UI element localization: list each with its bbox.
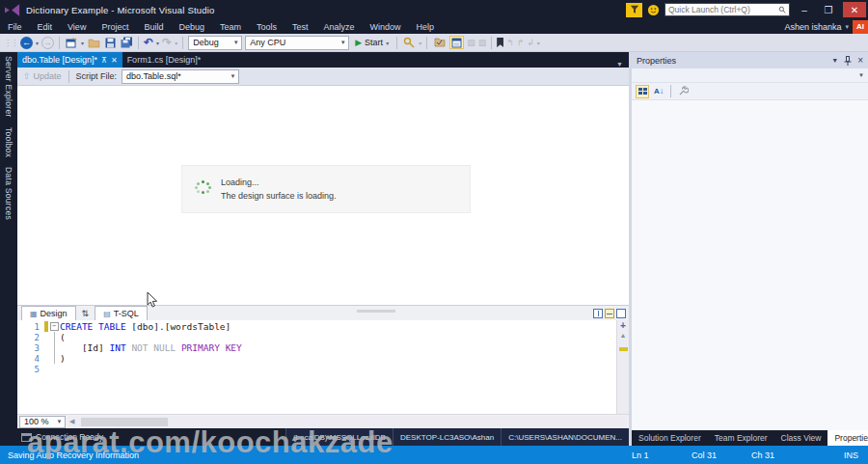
menu-debug[interactable]: Debug xyxy=(171,22,212,32)
collapse-region-icon[interactable]: − xyxy=(50,322,59,331)
menu-analyze[interactable]: Analyze xyxy=(316,22,363,32)
bookmark-clear-icon[interactable]: ↲ xyxy=(527,38,534,47)
toolbar-separator xyxy=(426,37,427,49)
redo-caret-icon[interactable]: ▾ xyxy=(175,40,177,46)
close-icon[interactable]: × xyxy=(857,55,863,66)
tab-team-explorer[interactable]: Team Explorer xyxy=(708,430,774,446)
swap-panes-button[interactable]: ⇅ xyxy=(76,306,95,320)
solution-platforms-dropdown[interactable]: Any CPU ▼ xyxy=(245,36,349,50)
toolbox-shortcut-icon[interactable]: ▨ xyxy=(467,38,475,47)
sidebar-item-toolbox[interactable]: Toolbox xyxy=(4,127,14,157)
tab-label: dbo.Table [Design]* xyxy=(22,55,97,65)
toolbar-grip[interactable]: ⋮⋮ xyxy=(4,39,17,47)
pin-icon[interactable] xyxy=(844,56,852,66)
split-editor-handle[interactable]: + xyxy=(620,320,626,332)
tab-form1-cs-design[interactable]: Form1.cs [Design]* xyxy=(122,52,206,68)
bookmark-prev-icon[interactable]: ↰ xyxy=(506,38,514,47)
script-file-dropdown[interactable]: dbo.Table.sql* ▼ xyxy=(122,69,239,84)
solution-platform-value: Any CPU xyxy=(246,38,338,47)
code-line[interactable]: 5 xyxy=(17,364,616,374)
bookmark-icon[interactable] xyxy=(497,38,503,47)
window-title: Dictionary Example - Microsoft Visual St… xyxy=(26,5,215,15)
account-name[interactable]: Ashen ishanka xyxy=(784,22,841,32)
menu-window[interactable]: Window xyxy=(363,22,409,32)
navigate-forward-button[interactable]: → xyxy=(41,37,54,49)
code-line[interactable]: 3 [Id] INT NOT NULL PRIMARY KEY xyxy=(17,342,616,353)
open-file-button[interactable] xyxy=(87,37,100,49)
account-dropdown-caret-icon[interactable]: ▾ xyxy=(845,23,849,31)
menu-project[interactable]: Project xyxy=(94,22,136,32)
menu-file[interactable]: File xyxy=(0,22,30,32)
status-machine-user[interactable]: DESKTOP-LC3ASO\Ashan xyxy=(393,428,501,446)
main-area: Server Explorer Toolbox Data Sources dbo… xyxy=(0,52,868,446)
code-line[interactable]: 1 − CREATE TABLE [dbo].[wordsTable] xyxy=(17,321,616,332)
menu-view[interactable]: View xyxy=(60,22,94,32)
save-button[interactable] xyxy=(103,37,117,49)
properties-object-dropdown[interactable]: ▼ xyxy=(632,68,868,83)
filter-notification-button[interactable] xyxy=(626,3,642,17)
menu-help[interactable]: Help xyxy=(409,22,443,32)
code-line[interactable]: 2 ( xyxy=(17,332,616,342)
scroll-up-icon[interactable]: ▲ xyxy=(620,332,627,341)
bookmark-next-icon[interactable]: ↱ xyxy=(517,38,525,47)
start-debugging-button[interactable]: ▶ Start ▾ xyxy=(352,38,392,47)
save-all-button[interactable] xyxy=(120,37,133,49)
horizontal-split-button[interactable] xyxy=(605,309,614,318)
code-line[interactable]: 4 ) xyxy=(17,353,616,364)
property-pages-wrench-icon[interactable] xyxy=(676,85,690,98)
code-body[interactable]: 1 − CREATE TABLE [dbo].[wordsTable] 2 ( … xyxy=(17,320,616,414)
find-in-files-button[interactable] xyxy=(402,37,416,49)
vertical-scrollbar[interactable]: + ▲ xyxy=(616,320,629,414)
pin-icon[interactable]: ⊼ xyxy=(101,56,107,65)
find-caret-icon[interactable]: ▾ xyxy=(419,40,421,46)
minimize-button[interactable]: – xyxy=(795,2,814,17)
undo-caret-icon[interactable]: ▾ xyxy=(156,40,159,46)
properties-header[interactable]: Properties ▼ × xyxy=(632,52,868,68)
tab-design[interactable]: ▦ Design xyxy=(21,306,76,320)
navigate-back-caret-icon[interactable]: ▾ xyxy=(36,40,39,46)
tab-list-caret-icon[interactable]: ▼ xyxy=(616,61,629,68)
new-project-caret-icon[interactable]: ▾ xyxy=(81,40,84,46)
close-button[interactable]: ✕ xyxy=(843,2,866,17)
feedback-smiley-icon[interactable] xyxy=(647,4,660,16)
solution-configuration-value: Debug xyxy=(189,38,231,47)
update-button[interactable]: ⇧ Update xyxy=(23,71,62,81)
solution-explorer-shortcut-icon[interactable] xyxy=(432,36,447,49)
menu-tools[interactable]: Tools xyxy=(249,22,285,32)
sidebar-item-server-explorer[interactable]: Server Explorer xyxy=(4,56,14,118)
quick-launch-box[interactable] xyxy=(665,3,790,16)
menu-test[interactable]: Test xyxy=(285,22,316,32)
window-position-caret-icon[interactable]: ▼ xyxy=(831,57,838,64)
alphabetical-sort-button[interactable]: A↓ xyxy=(652,85,665,98)
menu-edit[interactable]: Edit xyxy=(30,22,61,32)
tab-class-view[interactable]: Class View xyxy=(774,430,828,446)
scroll-left-icon[interactable]: ◀ xyxy=(69,418,74,425)
single-pane-button[interactable] xyxy=(616,309,626,318)
tab-dbo-table-design[interactable]: dbo.Table [Design]* ⊼ ✕ xyxy=(17,52,122,68)
menu-team[interactable]: Team xyxy=(212,22,249,32)
tab-solution-explorer[interactable]: Solution Explorer xyxy=(632,430,708,446)
properties-toolbar: A↓ xyxy=(632,83,868,100)
status-file-path[interactable]: C:\USERS\ASHAN\DOCUMEN... xyxy=(501,428,629,446)
menu-build[interactable]: Build xyxy=(136,22,171,32)
restore-button[interactable]: ❐ xyxy=(819,2,838,17)
toolbar-overflow-caret-icon[interactable]: ▾ xyxy=(537,40,540,46)
quick-launch-input[interactable] xyxy=(665,5,778,14)
close-icon[interactable]: ✕ xyxy=(111,56,118,65)
extensions-shortcut-icon[interactable]: ▧ xyxy=(478,38,487,47)
tsql-code-editor[interactable]: 1 − CREATE TABLE [dbo].[wordsTable] 2 ( … xyxy=(17,320,629,414)
navigate-back-button[interactable]: ← xyxy=(20,37,33,49)
tab-properties[interactable]: Properties xyxy=(827,430,868,446)
new-project-button[interactable] xyxy=(65,37,78,49)
sidebar-item-data-sources[interactable]: Data Sources xyxy=(4,167,14,220)
splitter-grip[interactable] xyxy=(357,310,395,313)
solution-configurations-dropdown[interactable]: Debug ▼ xyxy=(188,36,242,50)
properties-window-shortcut-icon[interactable] xyxy=(449,36,464,49)
avatar[interactable]: AI xyxy=(853,20,868,34)
undo-icon[interactable]: ↶ xyxy=(144,38,153,47)
sql-text: ( xyxy=(60,332,66,342)
tab-tsql[interactable]: ▤ T-SQL xyxy=(95,306,148,320)
redo-icon[interactable]: ↷ xyxy=(162,38,172,47)
categorized-button[interactable] xyxy=(636,85,649,98)
vertical-split-button[interactable] xyxy=(593,309,603,318)
